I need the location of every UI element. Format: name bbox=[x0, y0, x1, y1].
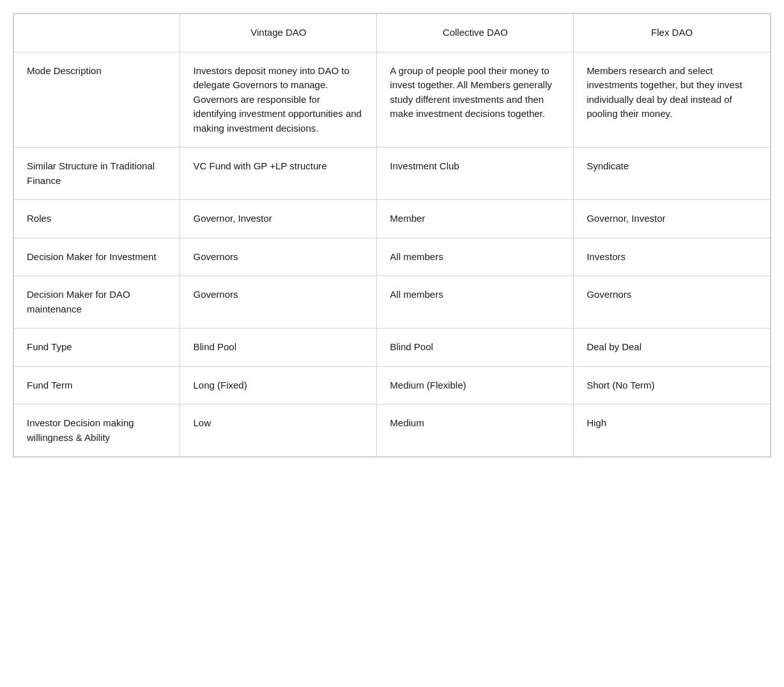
row-label: Mode Description bbox=[14, 52, 180, 148]
row-label: Decision Maker for Investment bbox=[14, 238, 180, 276]
row-collective: Medium (Flexible) bbox=[377, 366, 574, 405]
row-flex: Governor, Investor bbox=[574, 200, 771, 238]
row-flex: Deal by Deal bbox=[574, 328, 771, 367]
row-collective: Medium bbox=[377, 405, 574, 457]
table-row: Fund Term Long (Fixed) Medium (Flexible)… bbox=[14, 366, 771, 405]
row-vintage: Governor, Investor bbox=[180, 200, 377, 238]
row-vintage: Governors bbox=[180, 238, 377, 276]
comparison-table: Vintage DAO Collective DAO Flex DAO Mode… bbox=[13, 13, 771, 458]
row-collective: All members bbox=[377, 238, 574, 276]
header-collective-dao: Collective DAO bbox=[377, 14, 574, 52]
table-row: Decision Maker for DAO maintenance Gover… bbox=[14, 276, 771, 328]
row-label: Investor Decision making willingness & A… bbox=[14, 405, 180, 457]
table-row: Mode Description Investors deposit money… bbox=[14, 52, 771, 148]
table-row: Similar Structure in Traditional Finance… bbox=[14, 148, 771, 200]
header-row: Vintage DAO Collective DAO Flex DAO bbox=[14, 14, 771, 52]
row-label: Fund Term bbox=[14, 366, 180, 405]
row-collective: A group of people pool their money to in… bbox=[377, 52, 574, 148]
row-collective: Member bbox=[377, 200, 574, 238]
row-collective: Blind Pool bbox=[377, 328, 574, 367]
row-label: Roles bbox=[14, 200, 180, 238]
table-row: Fund Type Blind Pool Blind Pool Deal by … bbox=[14, 328, 771, 367]
row-flex: High bbox=[574, 405, 771, 457]
row-label: Similar Structure in Traditional Finance bbox=[14, 148, 180, 200]
row-vintage: Investors deposit money into DAO to dele… bbox=[180, 52, 377, 148]
row-flex: Investors bbox=[574, 238, 771, 276]
row-flex: Short (No Term) bbox=[574, 366, 771, 405]
row-collective: Investment Club bbox=[377, 148, 574, 200]
table-row: Roles Governor, Investor Member Governor… bbox=[14, 200, 771, 238]
row-label: Fund Type bbox=[14, 328, 180, 367]
row-flex: Members research and select investments … bbox=[574, 52, 771, 148]
row-vintage: Blind Pool bbox=[180, 328, 377, 367]
row-label: Decision Maker for DAO maintenance bbox=[14, 276, 180, 328]
row-vintage: VC Fund with GP +LP structure bbox=[180, 148, 377, 200]
header-vintage-dao: Vintage DAO bbox=[180, 14, 377, 52]
row-flex: Governors bbox=[574, 276, 771, 328]
header-flex-dao: Flex DAO bbox=[574, 14, 771, 52]
row-collective: All members bbox=[377, 276, 574, 328]
header-empty bbox=[14, 14, 180, 52]
row-vintage: Governors bbox=[180, 276, 377, 328]
row-flex: Syndicate bbox=[574, 148, 771, 200]
table-row: Investor Decision making willingness & A… bbox=[14, 405, 771, 457]
table-row: Decision Maker for Investment Governors … bbox=[14, 238, 771, 276]
row-vintage: Long (Fixed) bbox=[180, 366, 377, 405]
row-vintage: Low bbox=[180, 405, 377, 457]
